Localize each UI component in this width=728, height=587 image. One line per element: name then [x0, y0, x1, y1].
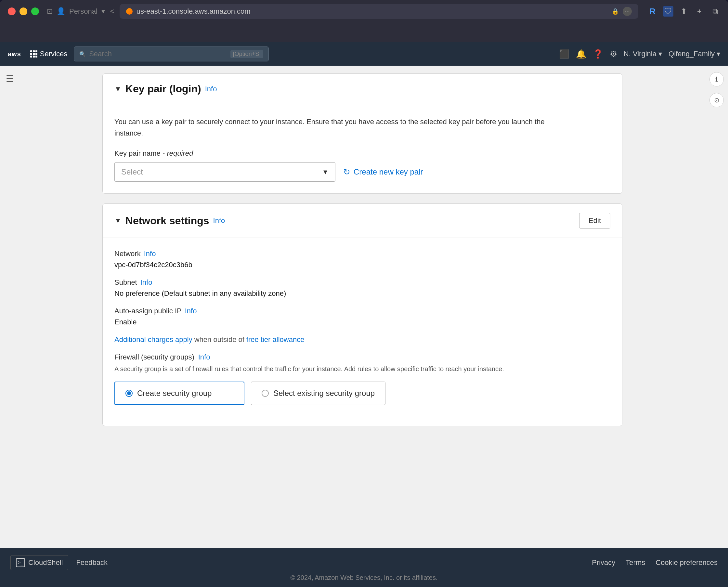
auto-assign-value: Enable — [114, 318, 610, 326]
feedback-button[interactable]: Feedback — [76, 558, 108, 567]
traffic-lights — [8, 7, 39, 15]
sidebar-toggle: ☰ — [0, 66, 20, 587]
services-label: Services — [40, 50, 67, 58]
bottom-bar: >_ CloudShell Feedback Privacy Terms Coo… — [0, 548, 728, 587]
firewall-info-link[interactable]: Info — [198, 353, 210, 361]
network-collapse-arrow[interactable]: ▼ — [114, 216, 121, 225]
raindrop-icon[interactable]: R — [648, 6, 658, 17]
create-key-pair-link[interactable]: ↻ Create new key pair — [343, 167, 423, 177]
firewall-title-text: Firewall (security groups) — [114, 353, 194, 361]
cloudshell-icon: >_ — [16, 558, 25, 567]
network-field-info-link[interactable]: Info — [144, 250, 156, 258]
cloudshell-button[interactable]: >_ CloudShell — [10, 555, 68, 570]
profile-label[interactable]: Personal — [69, 7, 97, 16]
network-title-group: ▼ Network settings Info — [114, 215, 225, 227]
traffic-light-minimize[interactable] — [20, 7, 27, 15]
search-shortcut: [Option+S] — [230, 50, 264, 58]
aws-nav-icons: ⬛ 🔔 ❓ ⚙ N. Virginia ▾ Qifeng_Family ▾ — [559, 49, 720, 59]
aws-logo-text: aws — [8, 50, 21, 58]
key-pair-row: Select ▼ ↻ Create new key pair — [114, 162, 610, 182]
bottom-bar-main: >_ CloudShell Feedback Privacy Terms Coo… — [0, 551, 728, 574]
region-selector[interactable]: N. Virginia ▾ — [624, 50, 662, 58]
select-sg-radio[interactable] — [262, 390, 269, 397]
subnet-field-label-row: Subnet Info — [114, 278, 610, 287]
footer-links: Privacy Terms Cookie preferences — [592, 558, 718, 567]
key-pair-title-group: ▼ Key pair (login) Info — [114, 83, 217, 95]
bell-icon[interactable]: 🔔 — [576, 49, 586, 59]
back-button[interactable]: < — [110, 7, 114, 16]
lock-icon: 🔒 — [612, 8, 619, 15]
traffic-light-close[interactable] — [8, 7, 16, 15]
tab-grid-icon[interactable]: ⊡ — [47, 7, 53, 16]
create-sg-label: Create security group — [137, 389, 212, 398]
key-pair-select[interactable]: Select ▼ — [114, 162, 335, 182]
select-sg-label: Select existing security group — [273, 389, 375, 398]
url-text: us-east-1.console.aws.amazon.com — [137, 7, 608, 16]
network-label-text: Network — [114, 250, 141, 258]
create-security-group-option[interactable]: Create security group — [114, 381, 244, 405]
address-bar[interactable]: us-east-1.console.aws.amazon.com 🔒 ··· — [120, 4, 638, 19]
subnet-value: No preference (Default subnet in any ava… — [114, 289, 610, 298]
browser-titlebar: ⊡ 👤 Personal ▾ < us-east-1.console.aws.a… — [0, 0, 728, 23]
main-layout: ☰ ▼ Key pair (login) Info You can use a … — [0, 66, 728, 587]
firewall-field: Firewall (security groups) Info A securi… — [114, 353, 610, 405]
browser-actions: R 🛡 ⬆ + ⧉ — [648, 6, 720, 17]
free-tier-link[interactable]: free tier allowance — [246, 335, 305, 344]
services-button[interactable]: Services — [30, 50, 67, 58]
key-pair-field-label: Key pair name - required — [114, 149, 610, 158]
subnet-field-info-link[interactable]: Info — [140, 278, 152, 287]
shield-icon[interactable]: 🛡 — [663, 6, 674, 17]
terminal-icon[interactable]: ⬛ — [559, 49, 569, 59]
browser-chrome: ⊡ 👤 Personal ▾ < us-east-1.console.aws.a… — [0, 0, 728, 42]
dropdown-arrow-icon: ▼ — [322, 168, 329, 176]
auto-assign-label-row: Auto-assign public IP Info — [114, 307, 610, 315]
network-edit-button[interactable]: Edit — [579, 213, 610, 229]
hamburger-menu-icon[interactable]: ☰ — [6, 73, 14, 84]
key-pair-header: ▼ Key pair (login) Info — [103, 74, 622, 104]
key-pair-section: ▼ Key pair (login) Info You can use a ke… — [102, 73, 623, 194]
terms-link[interactable]: Terms — [626, 558, 645, 567]
network-title: Network settings — [125, 215, 209, 227]
share-icon[interactable]: ⬆ — [679, 6, 689, 17]
main-content: ▼ Key pair (login) Info You can use a ke… — [20, 66, 705, 587]
bookmark-icon[interactable]: ⊙ — [709, 93, 724, 107]
key-pair-description: You can use a key pair to securely conne… — [114, 116, 569, 139]
key-pair-info-link[interactable]: Info — [205, 85, 217, 93]
create-sg-radio[interactable] — [125, 390, 133, 397]
additional-charges-link[interactable]: Additional charges apply — [114, 335, 192, 344]
browser-controls: ⊡ 👤 Personal ▾ — [47, 7, 105, 16]
aws-logo[interactable]: aws — [8, 50, 21, 58]
search-input[interactable] — [89, 50, 227, 58]
network-field-label-row: Network Info — [114, 250, 610, 258]
firewall-description: A security group is a set of firewall ru… — [114, 364, 610, 374]
auto-assign-info-link[interactable]: Info — [185, 307, 197, 315]
traffic-light-fullscreen[interactable] — [31, 7, 39, 15]
search-bar[interactable]: 🔍 [Option+S] — [74, 46, 269, 62]
add-tab-icon[interactable]: + — [694, 6, 705, 17]
select-existing-security-group-option[interactable]: Select existing security group — [251, 381, 385, 405]
content-wrapper: ▼ Key pair (login) Info You can use a ke… — [89, 66, 635, 434]
account-selector[interactable]: Qifeng_Family ▾ — [668, 50, 720, 58]
profile-dropdown-icon[interactable]: ▾ — [101, 7, 105, 16]
profile-icon[interactable]: 👤 — [56, 7, 65, 16]
help-icon[interactable]: ❓ — [593, 49, 603, 59]
settings-icon[interactable]: ⚙ — [610, 49, 617, 59]
create-key-label: Create new key pair — [354, 167, 423, 177]
key-pair-collapse-arrow[interactable]: ▼ — [114, 85, 121, 93]
privacy-link[interactable]: Privacy — [592, 558, 615, 567]
more-icon[interactable]: ··· — [623, 7, 632, 16]
network-info-link[interactable]: Info — [213, 216, 225, 225]
network-header: ▼ Network settings Info Edit — [103, 204, 622, 238]
key-pair-title: Key pair (login) — [125, 83, 201, 95]
search-icon: 🔍 — [79, 51, 86, 57]
tabs-icon[interactable]: ⧉ — [710, 6, 720, 17]
network-value: vpc-0d7bf34c2c20c3b6b — [114, 261, 610, 269]
security-group-options: Create security group Select existing se… — [114, 381, 610, 405]
cookie-preferences-link[interactable]: Cookie preferences — [656, 558, 718, 567]
aws-navbar: aws Services 🔍 [Option+S] ⬛ 🔔 ❓ ⚙ N. Vir… — [0, 42, 728, 66]
info-circle-icon[interactable]: ℹ — [709, 72, 724, 87]
site-favicon — [126, 8, 133, 15]
key-pair-body: You can use a key pair to securely conne… — [103, 104, 622, 193]
auto-assign-field: Auto-assign public IP Info Enable — [114, 307, 610, 326]
network-field: Network Info vpc-0d7bf34c2c20c3b6b — [114, 250, 610, 269]
